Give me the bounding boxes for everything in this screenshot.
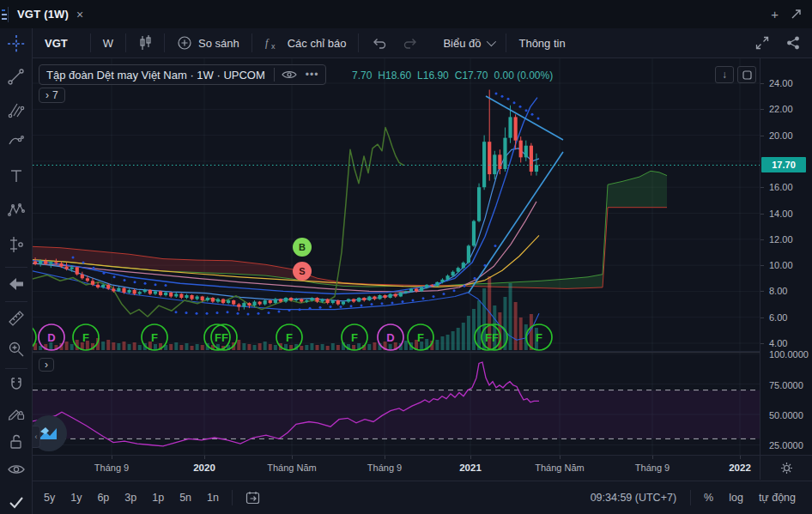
- symbol-legend[interactable]: Tập đoàn Dệt may Việt Nam · 1W · UPCOM •…: [39, 64, 326, 85]
- price-axis-label: 20.00: [769, 130, 793, 141]
- chart-canvas[interactable]: BSFDFFFFFFDFFFF Tập đoàn Dệt may Việt Na…: [33, 58, 812, 455]
- text-tool[interactable]: [6, 166, 27, 186]
- popout-window-icon[interactable]: [791, 9, 802, 20]
- pane2-collapse-button[interactable]: ›: [39, 358, 54, 372]
- interval-button[interactable]: W: [91, 28, 125, 58]
- price-axis[interactable]: 17.70 24.0022.0020.0016.0014.0012.0010.0…: [760, 58, 812, 455]
- zoom-in-tool[interactable]: [6, 339, 27, 360]
- candlestick-icon: [138, 34, 152, 51]
- time-axis-tick: [560, 456, 561, 459]
- buy-signal: B: [293, 238, 312, 257]
- price-axis-tick: [760, 187, 764, 188]
- add-tab-icon[interactable]: +: [771, 8, 779, 21]
- undo-button[interactable]: [359, 28, 400, 58]
- brush-tool[interactable]: [6, 131, 27, 152]
- chart-toolbar: VGT W So sánh fx Các chỉ báo Biểu đồ Thô…: [33, 28, 812, 58]
- scroll-to-recent-icon[interactable]: ↓: [715, 66, 734, 83]
- range-6m[interactable]: 6p: [89, 492, 117, 504]
- range-1y[interactable]: 1y: [63, 492, 89, 504]
- range-5d[interactable]: 5n: [172, 492, 199, 504]
- symbol-button[interactable]: VGT: [33, 28, 90, 58]
- tab-close-icon[interactable]: ×: [76, 8, 83, 21]
- pitchfork-tool[interactable]: [6, 99, 27, 119]
- log-scale-toggle[interactable]: log: [721, 492, 751, 504]
- ichimoku-cloud: [33, 171, 667, 288]
- svg-text:FF: FF: [215, 331, 228, 344]
- time-axis[interactable]: Tháng 92020Tháng NămTháng 92021Tháng Năm…: [33, 455, 760, 480]
- sell-signal: S: [293, 262, 312, 281]
- watchlist-icon[interactable]: [0, 7, 9, 22]
- rsi-pane: [33, 362, 760, 446]
- trend-line-tool[interactable]: [6, 66, 27, 87]
- price-axis-tick: [760, 136, 764, 136]
- rsi-axis-label: 75.0000: [769, 380, 803, 390]
- legend-title: Tập đoàn Dệt may Việt Nam · 1W · UPCOM: [46, 69, 265, 82]
- chart-style-button[interactable]: [126, 28, 164, 58]
- range-1m[interactable]: 1p: [144, 492, 172, 504]
- auto-scale-toggle[interactable]: tự động: [751, 492, 803, 504]
- forecast-tool[interactable]: [6, 234, 27, 255]
- svg-text:F: F: [82, 331, 89, 344]
- current-price-badge: 17.70: [761, 157, 806, 172]
- svg-text:F: F: [151, 331, 158, 344]
- ohlc-open: 7.70: [352, 70, 372, 82]
- svg-text:x: x: [271, 42, 276, 51]
- price-axis-label: 16.00: [769, 182, 793, 192]
- arrow-tool[interactable]: [6, 274, 27, 294]
- collapsed-indicators-badge[interactable]: ›7: [39, 88, 65, 103]
- range-1d[interactable]: 1n: [199, 492, 227, 504]
- time-axis-label: Tháng 9: [367, 463, 402, 473]
- eye-icon[interactable]: [282, 70, 297, 80]
- legend-more-icon[interactable]: •••: [306, 69, 319, 81]
- gear-icon[interactable]: [780, 462, 793, 475]
- redo-button[interactable]: [400, 28, 431, 58]
- indicators-button[interactable]: fx Các chỉ báo: [252, 28, 359, 58]
- stay-drawing-mode-tool[interactable]: [6, 402, 27, 423]
- hide-drawings-icon[interactable]: [6, 459, 27, 480]
- price-axis-tick: [760, 214, 764, 215]
- object-tree-check-icon[interactable]: [6, 492, 27, 512]
- svg-text:D: D: [47, 331, 55, 344]
- time-axis-tick: [385, 456, 385, 459]
- crosshair-tool[interactable]: [6, 33, 27, 54]
- compare-button[interactable]: So sánh: [165, 28, 251, 58]
- ohlc-change: 0.00 (0.00%): [494, 70, 553, 82]
- svg-text:S: S: [299, 266, 305, 276]
- range-5y[interactable]: 5y: [36, 492, 63, 504]
- time-axis-label: Tháng Năm: [267, 463, 316, 473]
- sidebar-collapse-handle[interactable]: ‹: [33, 426, 40, 448]
- clock-display[interactable]: 09:34:59 (UTC+7): [582, 492, 685, 504]
- time-axis-label: Tháng Năm: [535, 463, 584, 473]
- share-icon[interactable]: [779, 29, 807, 57]
- price-axis-label: 14.00: [769, 209, 793, 219]
- go-to-date-icon[interactable]: [238, 491, 268, 505]
- price-axis-tick: [760, 265, 764, 266]
- drawing-toolbar: [0, 28, 33, 514]
- magnet-tool[interactable]: [6, 375, 27, 396]
- rsi-axis-label: 25.0000: [769, 440, 803, 451]
- axis-settings-corner[interactable]: [760, 455, 812, 480]
- ohlc-values: 7.70H18.60L16.90C17.700.00 (0.00%): [352, 70, 559, 82]
- time-axis-label: 2021: [459, 463, 482, 473]
- price-axis-label: 6.00: [769, 312, 787, 323]
- range-3m[interactable]: 3p: [117, 492, 144, 504]
- maximize-pane-icon[interactable]: [737, 66, 756, 83]
- xabcd-pattern-tool[interactable]: [6, 200, 27, 221]
- svg-text:F: F: [536, 331, 542, 344]
- measure-ruler-tool[interactable]: [6, 308, 27, 329]
- time-axis-label: Tháng 9: [94, 463, 129, 473]
- time-axis-tick: [112, 456, 112, 459]
- price-axis-label: 8.00: [769, 286, 787, 296]
- info-button[interactable]: Thông tin: [506, 28, 577, 58]
- window-tab-bar: VGT (1W) × +: [0, 0, 812, 28]
- tab-title[interactable]: VGT (1W): [17, 8, 69, 21]
- price-axis-tick: [760, 343, 764, 344]
- svg-text:D: D: [386, 331, 394, 344]
- svg-text:f: f: [265, 37, 270, 49]
- lock-drawings-tool[interactable]: [6, 432, 27, 452]
- percent-scale-toggle[interactable]: %: [696, 492, 721, 504]
- ohlc-high: H18.60: [378, 70, 411, 82]
- layout-button[interactable]: Biểu đồ: [431, 28, 506, 58]
- fullscreen-icon[interactable]: [748, 29, 776, 57]
- price-axis-tick: [760, 83, 764, 84]
